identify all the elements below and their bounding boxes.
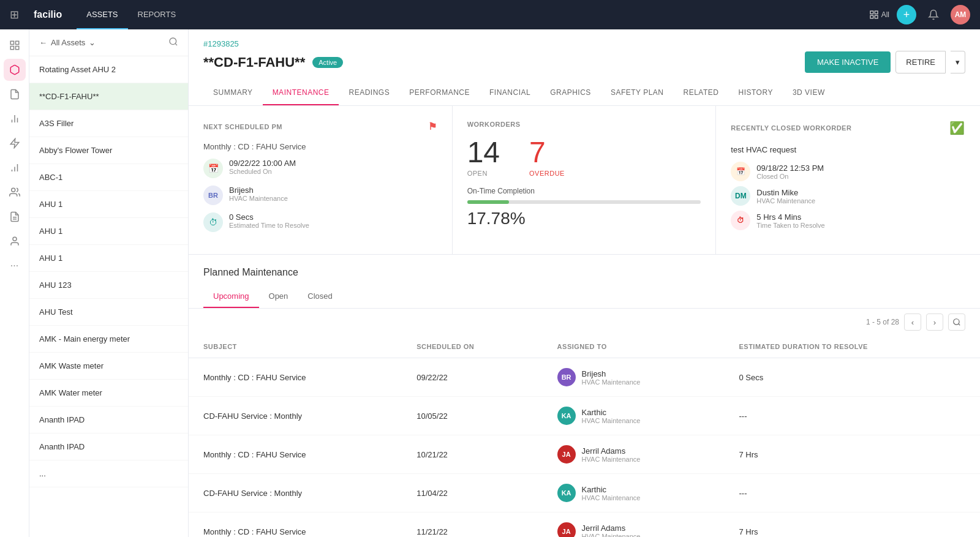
pm-date-sublabel: Scheduled On xyxy=(229,168,296,175)
subject-cell: CD-FAHU Service : Monthly xyxy=(189,397,402,435)
pm-tab-upcoming[interactable]: Upcoming xyxy=(203,285,259,308)
subject-cell: Monthly : CD : FAHU Service xyxy=(189,358,402,397)
completion-label: On-Time Completion xyxy=(467,187,701,195)
col-header: SCHEDULED ON xyxy=(402,336,542,358)
completion-pct: 17.78% xyxy=(467,209,701,228)
pm-tab-closed[interactable]: Closed xyxy=(298,285,342,308)
pm-table: SUBJECTSCHEDULED ONASSIGNED TOESTIMATED … xyxy=(189,336,980,537)
asset-list-item[interactable]: A3S Filler xyxy=(29,110,188,137)
asset-list-item[interactable]: AHU 1 xyxy=(29,245,188,272)
tab-readings[interactable]: READINGS xyxy=(339,81,399,105)
retire-button[interactable]: RETIRE xyxy=(895,51,946,73)
sidebar-icon-more[interactable]: ··· xyxy=(4,255,26,277)
pm-duration-label: Estimated Time to Resolve xyxy=(229,222,309,229)
tab-related[interactable]: RELATED xyxy=(674,81,729,105)
tab-financial[interactable]: FINANCIAL xyxy=(480,81,540,105)
rc-assignee-role: HVAC Maintenance xyxy=(756,197,815,205)
next-page-button[interactable]: › xyxy=(926,314,943,331)
nav-reports[interactable]: REPORTS xyxy=(128,0,186,29)
asset-list-item[interactable]: Rotating Asset AHU 2 xyxy=(29,56,188,83)
duration-cell: 0 Secs xyxy=(724,358,980,397)
assignee-avatar: JA xyxy=(557,445,576,464)
pm-date: 09/22/22 10:00 AM xyxy=(229,159,296,168)
progress-fill xyxy=(467,200,509,204)
sidebar-icon-workorders[interactable] xyxy=(4,83,26,105)
open-label: OPEN xyxy=(467,170,500,177)
col-header: ASSIGNED TO xyxy=(543,336,725,358)
asset-list-item[interactable]: AHU Test xyxy=(29,299,188,326)
header-actions: MAKE INACTIVE RETIRE ▾ xyxy=(805,51,965,73)
asset-list-item[interactable]: **CD-F1-FAHU** xyxy=(29,83,188,110)
retire-dropdown-button[interactable]: ▾ xyxy=(951,51,965,73)
scheduled-on-cell: 10/21/22 xyxy=(402,435,542,474)
back-to-all-assets[interactable]: ← All Assets ⌄ xyxy=(39,38,96,47)
sidebar-icon-analytics[interactable] xyxy=(4,108,26,130)
nav-assets[interactable]: ASSETS xyxy=(77,0,127,29)
rc-request-label: test HVAC request xyxy=(731,145,965,154)
tab-3d-view[interactable]: 3D VIEW xyxy=(783,81,835,105)
sidebar-icon-dashboard[interactable] xyxy=(4,34,26,56)
pm-assignee-row: BR Brijesh HVAC Maintenance xyxy=(203,186,437,205)
asset-list-item[interactable]: AHU 123 xyxy=(29,272,188,299)
asset-list-item[interactable]: Ananth IPAD xyxy=(29,407,188,434)
table-row[interactable]: CD-FAHU Service : Monthly11/04/22 KA Kar… xyxy=(189,474,980,513)
asset-list-item[interactable]: AMK Water meter xyxy=(29,380,188,407)
assignee-avatar: KA xyxy=(557,407,576,425)
wo-numbers: 14 OPEN 7 OVERDUE xyxy=(467,138,701,177)
tab-history[interactable]: HISTORY xyxy=(728,81,782,105)
add-button[interactable]: + xyxy=(897,5,916,24)
rc-assignee-row: DM Dustin Mike HVAC Maintenance xyxy=(731,186,965,206)
sidebar-icon-user[interactable] xyxy=(4,230,26,252)
tab-summary[interactable]: SUMMARY xyxy=(203,81,263,105)
subject-cell: Monthly : CD : FAHU Service xyxy=(189,435,402,474)
svg-rect-7 xyxy=(15,47,18,50)
clock-icon: ⏱ xyxy=(203,212,223,232)
site-selector[interactable]: All xyxy=(869,10,889,20)
sidebar-icon-document[interactable] xyxy=(4,206,26,228)
svg-line-20 xyxy=(175,43,177,45)
col-header: SUBJECT xyxy=(189,336,402,358)
asset-list-item[interactable]: AHU 1 xyxy=(29,191,188,218)
assigned-to-cell: JA Jerril Adams HVAC Maintenance xyxy=(543,513,725,538)
asset-list-item[interactable]: Ananth IPAD xyxy=(29,434,188,460)
asset-list-item[interactable]: AHU 1 xyxy=(29,218,188,245)
notification-bell[interactable] xyxy=(924,5,943,24)
asset-list-item[interactable]: Abby's Flower Tower xyxy=(29,137,188,164)
col-header: ESTIMATED DURATION TO RESOLVE xyxy=(724,336,980,358)
table-search-button[interactable] xyxy=(948,314,965,331)
table-row[interactable]: Monthly : CD : FAHU Service11/21/22 JA J… xyxy=(189,513,980,538)
sidebar-icon-assets[interactable] xyxy=(4,59,26,81)
pm-duration-row: ⏱ 0 Secs Estimated Time to Resolve xyxy=(203,212,437,232)
tab-maintenance[interactable]: MAINTENANCE xyxy=(263,81,339,105)
tab-graphics[interactable]: GRAPHICS xyxy=(540,81,601,105)
table-row[interactable]: Monthly : CD : FAHU Service10/21/22 JA J… xyxy=(189,435,980,474)
table-row[interactable]: Monthly : CD : FAHU Service09/22/22 BR B… xyxy=(189,358,980,397)
asset-list-item[interactable]: AMK Waste meter xyxy=(29,353,188,380)
table-row[interactable]: CD-FAHU Service : Monthly10/05/22 KA Kar… xyxy=(189,397,980,435)
asset-id: #1293825 xyxy=(203,39,965,48)
asset-list-item[interactable]: AMK - Main energy meter xyxy=(29,326,188,353)
rc-date-row: 📅 09/18/22 12:53 PM Closed On xyxy=(731,162,965,181)
svg-point-18 xyxy=(13,237,17,241)
asset-list-item[interactable]: ABC-1 xyxy=(29,164,188,191)
make-inactive-button[interactable]: MAKE INACTIVE xyxy=(805,51,891,73)
tab-performance[interactable]: PERFORMANCE xyxy=(399,81,480,105)
grid-icon[interactable]: ⊞ xyxy=(10,8,19,21)
sidebar-icon-lightning[interactable] xyxy=(4,132,26,154)
sidebar-icon-chart[interactable] xyxy=(4,157,26,179)
assignee-avatar: JA xyxy=(557,522,576,537)
svg-rect-5 xyxy=(15,41,18,44)
asset-list-sidebar: ← All Assets ⌄ Rotating Asset AHU 2**CD-… xyxy=(29,29,189,537)
asset-list-more[interactable]: ... xyxy=(29,460,188,487)
tab-safety-plan[interactable]: SAFETY PLAN xyxy=(601,81,674,105)
asset-search-icon[interactable] xyxy=(168,37,178,48)
sidebar-icon-people[interactable] xyxy=(4,181,26,203)
logo: facilio xyxy=(34,9,62,20)
assignee-dept: HVAC Maintenance xyxy=(582,417,641,424)
prev-page-button[interactable]: ‹ xyxy=(904,314,921,331)
rc-clock-icon: ⏱ xyxy=(731,211,750,230)
top-nav-right: All + AM xyxy=(869,5,970,24)
pm-tab-open[interactable]: Open xyxy=(259,285,298,308)
icon-sidebar: ··· xyxy=(0,29,29,537)
user-avatar[interactable]: AM xyxy=(951,5,970,24)
